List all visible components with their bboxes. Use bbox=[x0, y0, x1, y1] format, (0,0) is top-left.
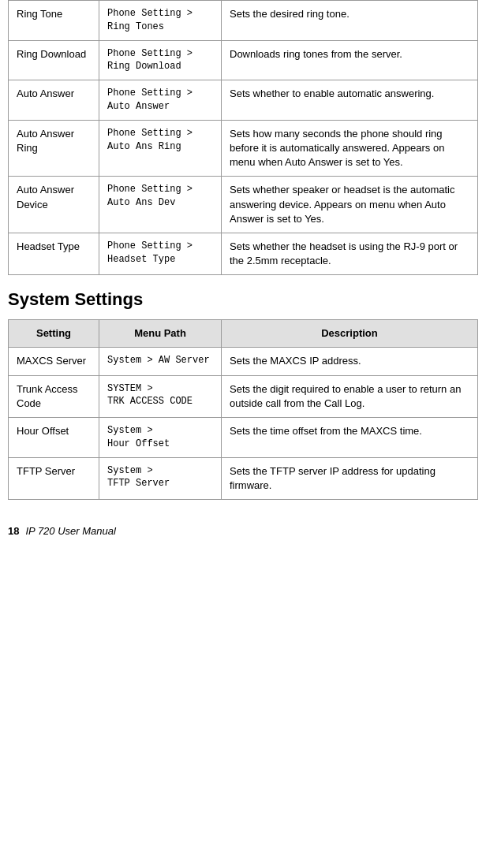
phone-description-0: Sets the desired ring tone. bbox=[222, 1, 478, 41]
phone-settings-row-2: Auto AnswerPhone Setting > Auto AnswerSe… bbox=[9, 80, 478, 121]
phone-setting-name-3: Auto Answer Ring bbox=[9, 120, 99, 177]
system-settings-table-wrap: Setting Menu Path Description MAXCS Serv… bbox=[0, 319, 486, 500]
system-description-3: Sets the TFTP server IP address for upda… bbox=[222, 457, 478, 499]
phone-setting-name-2: Auto Answer bbox=[9, 80, 99, 121]
footer: 18 IP 720 User Manual bbox=[0, 516, 486, 543]
phone-menu-path-2: Phone Setting > Auto Answer bbox=[99, 80, 222, 121]
system-description-1: Sets the digit required to enable a user… bbox=[222, 375, 478, 417]
phone-setting-name-0: Ring Tone bbox=[9, 1, 99, 41]
phone-menu-path-0: Phone Setting > Ring Tones bbox=[99, 1, 222, 41]
system-menu-path-1: SYSTEM > TRK ACCESS CODE bbox=[99, 375, 222, 417]
phone-menu-path-1: Phone Setting > Ring Download bbox=[99, 40, 222, 80]
system-menu-path-2: System > Hour Offset bbox=[99, 418, 222, 458]
phone-settings-row-0: Ring TonePhone Setting > Ring TonesSets … bbox=[9, 1, 478, 41]
system-settings-table: Setting Menu Path Description MAXCS Serv… bbox=[8, 319, 478, 500]
phone-settings-row-5: Headset TypePhone Setting > Headset Type… bbox=[9, 233, 478, 274]
system-setting-name-2: Hour Offset bbox=[9, 418, 99, 458]
phone-description-3: Sets how many seconds the phone should r… bbox=[222, 120, 478, 177]
system-settings-row-2: Hour OffsetSystem > Hour OffsetSets the … bbox=[9, 418, 478, 458]
system-setting-name-0: MAXCS Server bbox=[9, 348, 99, 375]
phone-settings-table-wrap: Ring TonePhone Setting > Ring TonesSets … bbox=[0, 0, 486, 275]
system-settings-row-0: MAXCS ServerSystem > AW ServerSets the M… bbox=[9, 348, 478, 375]
footer-page-number: 18 bbox=[8, 525, 19, 537]
system-settings-header-row: Setting Menu Path Description bbox=[9, 320, 478, 348]
phone-settings-row-1: Ring DownloadPhone Setting > Ring Downlo… bbox=[9, 40, 478, 80]
phone-menu-path-4: Phone Setting > Auto Ans Dev bbox=[99, 177, 222, 233]
system-settings-col-setting: Setting bbox=[9, 320, 99, 348]
phone-description-2: Sets whether to enable automatic answeri… bbox=[222, 80, 478, 121]
system-setting-name-1: Trunk Access Code bbox=[9, 375, 99, 417]
phone-setting-name-1: Ring Download bbox=[9, 40, 99, 80]
system-settings-col-menu-path: Menu Path bbox=[99, 320, 222, 348]
system-settings-row-3: TFTP ServerSystem > TFTP ServerSets the … bbox=[9, 457, 478, 499]
phone-menu-path-5: Phone Setting > Headset Type bbox=[99, 233, 222, 274]
system-description-2: Sets the time offset from the MAXCS time… bbox=[222, 418, 478, 458]
phone-menu-path-3: Phone Setting > Auto Ans Ring bbox=[99, 120, 222, 177]
system-settings-col-description: Description bbox=[222, 320, 478, 348]
system-settings-heading: System Settings bbox=[8, 289, 478, 310]
phone-setting-name-4: Auto Answer Device bbox=[9, 177, 99, 233]
phone-settings-row-3: Auto Answer RingPhone Setting > Auto Ans… bbox=[9, 120, 478, 177]
system-settings-row-1: Trunk Access CodeSYSTEM > TRK ACCESS COD… bbox=[9, 375, 478, 417]
phone-settings-table: Ring TonePhone Setting > Ring TonesSets … bbox=[8, 0, 478, 275]
phone-setting-name-5: Headset Type bbox=[9, 233, 99, 274]
phone-description-1: Downloads ring tones from the server. bbox=[222, 40, 478, 80]
phone-description-4: Sets whether speaker or headset is the a… bbox=[222, 177, 478, 233]
system-description-0: Sets the MAXCS IP address. bbox=[222, 348, 478, 375]
phone-description-5: Sets whether the headset is using the RJ… bbox=[222, 233, 478, 274]
system-setting-name-3: TFTP Server bbox=[9, 457, 99, 499]
system-menu-path-0: System > AW Server bbox=[99, 348, 222, 375]
system-menu-path-3: System > TFTP Server bbox=[99, 457, 222, 499]
footer-text: IP 720 User Manual bbox=[25, 525, 115, 537]
phone-settings-row-4: Auto Answer DevicePhone Setting > Auto A… bbox=[9, 177, 478, 233]
